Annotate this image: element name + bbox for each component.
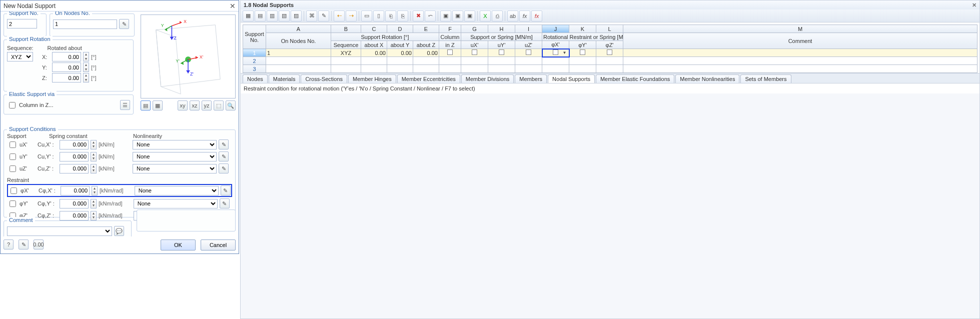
col-about-z[interactable]: about Z (413, 41, 439, 49)
col-uz[interactable]: uZ' (515, 41, 542, 49)
spring-φX'-input[interactable] (61, 186, 90, 196)
col-about-x[interactable]: about X (361, 41, 387, 49)
toolbar-btn[interactable]: ⇢ (346, 10, 357, 22)
rot-z-spinner[interactable]: ▲▼ (83, 73, 89, 82)
col-phiz[interactable]: φZ' (596, 41, 623, 49)
nonlin-uZ'-edit[interactable]: ✎ (219, 164, 229, 174)
close-icon[interactable]: ✕ (230, 2, 236, 10)
toolbar-btn[interactable]: ▯ (373, 10, 384, 22)
spring-uX'-input[interactable] (60, 140, 89, 150)
col-i[interactable]: I (515, 25, 542, 33)
col-d[interactable]: D (387, 25, 413, 33)
view-yz-button[interactable]: yz (202, 100, 212, 110)
cancel-button[interactable]: Cancel (201, 240, 236, 250)
toolbar-btn[interactable]: ab (507, 10, 518, 22)
support-φY'-checkbox[interactable]: φY' (8, 199, 36, 208)
toolbar-btn-delete[interactable]: ✖ (413, 10, 424, 22)
col-c[interactable]: C (361, 25, 387, 33)
spring-φY'-input[interactable] (60, 199, 89, 208)
nonlin-φX'-edit[interactable]: ✎ (221, 186, 231, 196)
support-uY'-checkbox[interactable]: uY' (8, 152, 36, 162)
edit-button[interactable]: ✎ (19, 240, 29, 250)
col-j[interactable]: J (542, 25, 569, 33)
toolbar-btn-excel[interactable]: X (480, 10, 491, 22)
col-g[interactable]: G (461, 25, 488, 33)
tab-materials[interactable]: Materials (269, 74, 300, 83)
toolbar-btn[interactable]: ▤ (255, 10, 266, 22)
col-comment[interactable]: Comment (623, 33, 977, 49)
view-zoom-button[interactable]: 🔍 (226, 100, 236, 110)
support-uZ'-checkbox[interactable]: uZ' (8, 164, 36, 174)
col-about-y[interactable]: about Y (387, 41, 413, 49)
tab-member divisions[interactable]: Member Divisions (461, 74, 514, 83)
nonlin-φX'-select[interactable]: None (135, 186, 219, 196)
nonlin-uY'-select[interactable]: None (133, 152, 217, 162)
support-φX'-checkbox[interactable]: φX' (9, 186, 37, 196)
toolbar-btn[interactable]: ▣ (440, 10, 451, 22)
col-rotrestraint-group[interactable]: Rotational Restraint or Spring [MNm/rad] (542, 33, 623, 41)
nonlin-uY'-edit[interactable]: ✎ (219, 152, 229, 162)
toolbar-btn[interactable]: ✎ (318, 10, 329, 22)
spring-uZ'-spinner[interactable]: ▲▼ (91, 164, 97, 174)
preview-mode2-button[interactable]: ▦ (153, 100, 163, 110)
table-row[interactable]: 3 (243, 65, 977, 73)
col-in-z[interactable]: in Z (439, 41, 461, 49)
toolbar-btn-fx-red[interactable]: fx (531, 10, 542, 22)
col-spring-group[interactable]: Support or Spring [MN/m] (461, 33, 542, 41)
toolbar-btn[interactable]: ▣ (464, 10, 475, 22)
col-l[interactable]: L (596, 25, 623, 33)
col-e[interactable]: E (413, 25, 439, 33)
rot-y-spinner[interactable]: ▲▼ (83, 62, 89, 72)
toolbar-btn[interactable]: ⌘ (306, 10, 317, 22)
column-in-z-checkbox[interactable]: Column in Z... (7, 100, 53, 110)
tab-member hinges[interactable]: Member Hinges (348, 74, 396, 83)
col-ux[interactable]: uX' (461, 41, 488, 49)
rot-x-spinner[interactable]: ▲▼ (83, 52, 89, 62)
help-button[interactable]: ? (4, 240, 14, 250)
nonlin-φY'-edit[interactable]: ✎ (220, 198, 230, 208)
rot-x-input[interactable] (52, 52, 81, 62)
nodal-supports-grid[interactable]: SupportNo. A B C D E F G H I J K L M On … (243, 24, 977, 73)
view-xy-button[interactable]: xy (178, 100, 188, 110)
spring-uY'-spinner[interactable]: ▲▼ (91, 152, 97, 162)
spring-uX'-spinner[interactable]: ▲▼ (91, 140, 97, 150)
col-on-nodes[interactable]: On Nodes No. (266, 33, 331, 49)
col-column-group[interactable]: Column (439, 33, 461, 41)
toolbar-btn[interactable]: ▣ (452, 10, 463, 22)
tab-nodal supports[interactable]: Nodal Supports (548, 74, 595, 83)
tab-members[interactable]: Members (515, 74, 547, 83)
col-k[interactable]: K (569, 25, 596, 33)
table-row[interactable]: 2 (243, 57, 977, 65)
active-cell[interactable]: ▼ (542, 49, 569, 57)
sequence-select[interactable]: XYZ (7, 52, 33, 62)
tab-nodes[interactable]: Nodes (243, 74, 268, 83)
toolbar-btn[interactable]: ▨ (291, 10, 302, 22)
spring-φZ'-input[interactable] (60, 211, 89, 220)
toolbar-btn[interactable]: ⎙ (492, 10, 503, 22)
comment-pick-button[interactable]: 💬 (114, 226, 124, 236)
nonlin-uZ'-select[interactable]: None (133, 164, 217, 174)
col-phix[interactable]: φX' (542, 41, 569, 49)
nonlin-φY'-select[interactable]: None (134, 199, 218, 208)
rot-y-input[interactable] (52, 62, 81, 72)
comment-input[interactable] (7, 226, 112, 236)
pick-nodes-button[interactable]: ✎ (119, 19, 129, 29)
nonlin-uX'-select[interactable]: None (133, 140, 217, 150)
tab-sets of members[interactable]: Sets of Members (740, 74, 791, 83)
col-phiy[interactable]: φY' (569, 41, 596, 49)
col-f[interactable]: F (439, 25, 461, 33)
col-m[interactable]: M (623, 25, 977, 33)
toolbar-btn[interactable]: ⇠ (334, 10, 345, 22)
units-button[interactable]: 0.00 (34, 240, 44, 250)
elastic-edit-button[interactable]: ☰ (120, 100, 130, 110)
support-no-input[interactable] (7, 19, 37, 28)
toolbar-btn[interactable]: ⎘ (397, 10, 408, 22)
panel-close-icon[interactable]: ✕ (972, 2, 976, 8)
spring-φZ'-spinner[interactable]: ▲▼ (91, 211, 97, 220)
col-a[interactable]: A (266, 25, 331, 33)
toolbar-btn[interactable]: ▧ (279, 10, 290, 22)
tab-cross-sections[interactable]: Cross-Sections (301, 74, 347, 83)
support-uX'-checkbox[interactable]: uX' (8, 140, 36, 150)
spring-φX'-spinner[interactable]: ▲▼ (92, 186, 98, 196)
toolbar-btn-fx[interactable]: fx (519, 10, 530, 22)
